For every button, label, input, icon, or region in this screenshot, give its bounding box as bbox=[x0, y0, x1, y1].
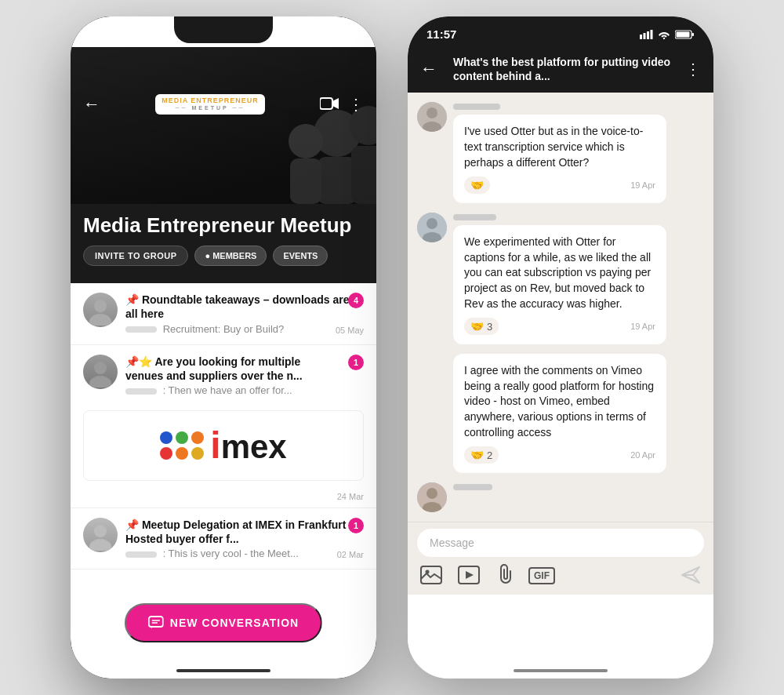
svg-marker-15 bbox=[332, 98, 339, 109]
group-title: Media Entrepreneur Meetup bbox=[71, 204, 376, 238]
more-button-left[interactable]: ⋮ bbox=[348, 95, 364, 114]
reaction-count-3: 2 bbox=[487, 449, 492, 461]
feed-item[interactable]: 📌⭐ Are you looking for multiple venues a… bbox=[71, 345, 376, 508]
logo-bot-text: ── MEETUP ── bbox=[176, 105, 245, 111]
unread-badge-2: 1 bbox=[348, 355, 364, 370]
feed-content-3: 📌 Meetup Delegation at IMEX in Frankfurt… bbox=[125, 518, 364, 559]
left-screen: 11:55 bbox=[71, 16, 376, 679]
chat-header: ← What's the best platform for putting v… bbox=[408, 47, 713, 93]
dot-green bbox=[176, 431, 188, 444]
chat-input-placeholder[interactable]: Message bbox=[417, 529, 704, 557]
dot-orange-1 bbox=[191, 431, 204, 444]
message-text-1: I've used Otter but as in the voice-to-t… bbox=[464, 124, 655, 170]
svg-rect-9 bbox=[318, 157, 357, 204]
left-phone: 11:55 bbox=[71, 16, 376, 679]
back-button-right[interactable]: ← bbox=[420, 59, 444, 79]
message-date-2: 19 Apr bbox=[630, 322, 655, 331]
svg-rect-11 bbox=[351, 146, 376, 204]
svg-point-18 bbox=[94, 362, 107, 374]
message-date-1: 19 Apr bbox=[630, 180, 655, 190]
svg-point-29 bbox=[663, 37, 665, 38]
right-screen: 11:57 bbox=[408, 16, 713, 679]
status-icons-right bbox=[640, 30, 695, 39]
image-icon bbox=[420, 566, 442, 584]
svg-point-19 bbox=[89, 376, 111, 388]
message-bubble-2-container: We experimented with Otter for captions … bbox=[453, 213, 704, 344]
message-item-2: We experimented with Otter for captions … bbox=[417, 213, 704, 344]
signal-icon-right bbox=[640, 30, 653, 39]
imex-logo-container: i mex bbox=[83, 410, 364, 481]
imex-i: i bbox=[210, 427, 220, 464]
svg-rect-6 bbox=[355, 33, 358, 36]
reaction-emoji-3: 🤝 bbox=[470, 449, 484, 461]
avatar bbox=[83, 293, 118, 327]
video-upload-button[interactable] bbox=[458, 566, 480, 587]
svg-rect-1 bbox=[307, 33, 309, 39]
imex-rest: mex bbox=[221, 431, 287, 464]
user-avatar bbox=[85, 294, 116, 326]
message-footer-1: 🤝 19 Apr bbox=[464, 176, 655, 194]
attach-button[interactable] bbox=[495, 563, 513, 588]
feed-title: 📌 Roundtable takeaways – downloads are a… bbox=[125, 293, 364, 321]
svg-marker-45 bbox=[466, 571, 474, 579]
svg-rect-22 bbox=[149, 617, 163, 627]
time-left: 11:55 bbox=[89, 27, 119, 41]
reaction-3[interactable]: 🤝 2 bbox=[464, 446, 499, 464]
back-button-left[interactable]: ← bbox=[83, 94, 100, 115]
avatar-chat-1 bbox=[417, 102, 447, 132]
right-phone: 11:57 bbox=[408, 16, 713, 679]
invite-to-group-button[interactable]: INVITE TO GROUP bbox=[83, 246, 188, 266]
feed: 📌 Roundtable takeaways – downloads are a… bbox=[71, 283, 376, 569]
dot-red bbox=[160, 447, 172, 460]
more-button-right[interactable]: ⋮ bbox=[685, 60, 701, 78]
svg-point-40 bbox=[426, 488, 437, 499]
user-avatar-2 bbox=[85, 356, 116, 388]
video-play-icon bbox=[458, 566, 480, 584]
reaction-2[interactable]: 🤝 3 bbox=[464, 318, 499, 335]
wifi-icon-right bbox=[658, 30, 670, 39]
svg-rect-25 bbox=[640, 35, 642, 39]
message-bubble-4-container bbox=[453, 482, 704, 495]
dot-yellow bbox=[191, 447, 204, 460]
reaction-emoji-1: 🤝 bbox=[470, 179, 484, 191]
svg-rect-32 bbox=[677, 31, 690, 37]
imex-text-group: i mex bbox=[210, 427, 286, 464]
battery-icon-right bbox=[675, 30, 695, 39]
feed-item[interactable]: 📌 Roundtable takeaways – downloads are a… bbox=[71, 283, 376, 344]
message-date-3: 20 Apr bbox=[630, 450, 655, 460]
reaction-1[interactable]: 🤝 bbox=[464, 176, 490, 194]
chat-toolbar: GIF bbox=[417, 563, 704, 588]
message-bubble-1: I've used Otter but as in the voice-to-t… bbox=[453, 115, 666, 203]
pin-icon: 📌 bbox=[125, 293, 142, 306]
wifi-icon bbox=[321, 30, 333, 39]
message-item-1: I've used Otter but as in the voice-to-t… bbox=[417, 102, 704, 203]
time-right: 11:57 bbox=[426, 27, 456, 41]
message-item-4 bbox=[417, 482, 704, 512]
avatar-3 bbox=[83, 518, 118, 552]
message-bubble-2: We experimented with Otter for captions … bbox=[453, 225, 666, 344]
svg-rect-2 bbox=[310, 31, 312, 39]
events-button[interactable]: EVENTS bbox=[273, 246, 328, 266]
send-button[interactable] bbox=[681, 566, 701, 587]
feed-subtitle-3: : This is very cool - the Meet... bbox=[125, 548, 364, 559]
feed-title-3: 📌 Meetup Delegation at IMEX in Frankfurt… bbox=[125, 518, 364, 546]
gif-button[interactable]: GIF bbox=[528, 567, 555, 584]
message-text-2: We experimented with Otter for captions … bbox=[464, 235, 655, 311]
svg-rect-7 bbox=[339, 31, 353, 37]
svg-point-4 bbox=[326, 37, 328, 38]
members-button[interactable]: ● MEMBERS bbox=[194, 246, 267, 266]
feed-subtitle: Recruitment: Buy or Build? bbox=[125, 323, 364, 335]
svg-point-16 bbox=[94, 300, 107, 312]
feed-subtitle-2: : Then we have an offer for... bbox=[125, 384, 340, 396]
chat-user-avatar-4 bbox=[417, 482, 447, 512]
logo-top-text: MEDIA ENTREPRENEUR bbox=[162, 97, 259, 105]
feed-date-2: 24 Mar bbox=[83, 489, 364, 501]
people-background bbox=[196, 63, 376, 204]
unread-badge-3: 1 bbox=[348, 518, 364, 533]
video-button[interactable] bbox=[320, 96, 339, 113]
group-header-nav: ← MEDIA ENTREPRENEUR ── MEETUP ── ⋮ bbox=[71, 94, 376, 115]
new-conversation-button[interactable]: NEW CONVERSATION bbox=[125, 603, 322, 642]
image-upload-button[interactable] bbox=[420, 566, 442, 587]
feed-item-3[interactable]: 📌 Meetup Delegation at IMEX in Frankfurt… bbox=[71, 508, 376, 569]
sender-name-4 bbox=[453, 482, 704, 492]
